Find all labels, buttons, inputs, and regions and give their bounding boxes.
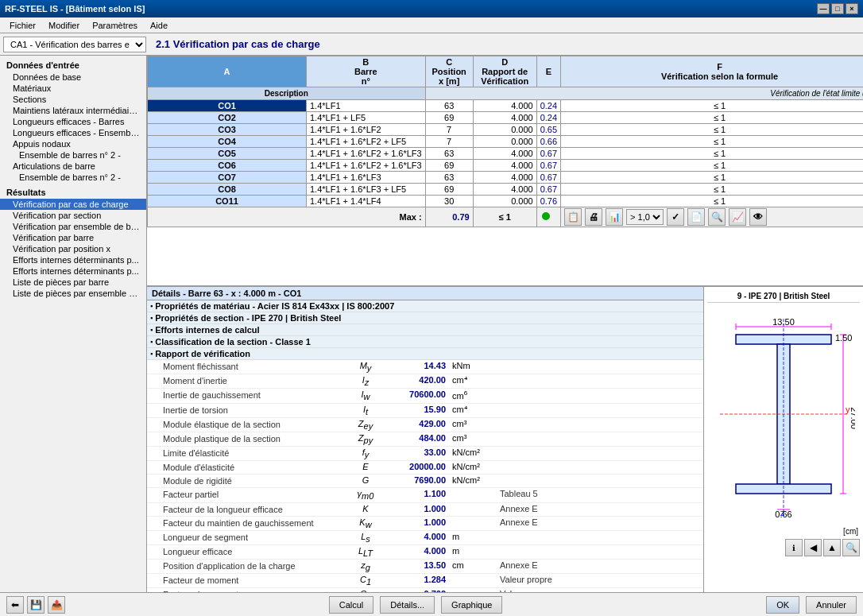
menu-aide[interactable]: Aide (144, 19, 174, 32)
detail-symbol-7: E (346, 462, 385, 473)
sidebar-item-appuis[interactable]: Appuis nodaux (0, 138, 146, 149)
max-value: 0.79 (425, 207, 473, 227)
diagram-info-icon[interactable]: ℹ (785, 539, 803, 556)
sidebar-item-verification-section[interactable]: Vérification par section (0, 210, 146, 221)
row-co1-id[interactable]: CO1 (148, 100, 307, 112)
detail-unit-3: cm⁴ (449, 405, 497, 416)
detail-symbol-15: C1 (346, 575, 385, 587)
sidebar-item-sections[interactable]: Sections (0, 94, 146, 105)
row-co11-id: CO11 (148, 196, 307, 207)
group-classification[interactable]: ▪ Classification de la section - Classe … (147, 336, 703, 348)
detail-row-11: Facteur du maintien de gauchissement Kw … (147, 517, 703, 531)
filter-dropdown[interactable]: > 1,0 Tous > 0,5 (626, 209, 664, 225)
detail-symbol-16: C2 (346, 589, 385, 592)
sidebar-item-maintiens[interactable]: Maintiens latéraux intermédiaires (0, 105, 146, 116)
nav-save-icon[interactable]: 💾 (27, 596, 45, 614)
nav-export-icon[interactable]: 📤 (48, 596, 65, 614)
sidebar: Données d'entrée Données de base Matéria… (0, 56, 147, 592)
detail-unit-5: cm³ (449, 433, 497, 445)
group-efforts[interactable]: ▪ Efforts internes de calcul (147, 324, 703, 336)
menu-bar: Fichier Modifier Paramètres Aide (0, 17, 863, 33)
detail-symbol-12: Ls (346, 532, 385, 544)
detail-row-15: Facteur de moment C1 1.284 Valeur propre (147, 574, 703, 588)
max-controls[interactable]: 📋 🖨 📊 > 1,0 Tous > 0,5 ✓ 📄 � (561, 207, 863, 227)
detail-icon-2[interactable]: 🔍 (708, 208, 726, 226)
nav-back-icon[interactable]: ⬅ (6, 596, 24, 614)
detail-icon-1[interactable]: 📄 (687, 208, 705, 226)
detail-value-4: 429.00 (385, 419, 449, 431)
detail-label-15: Facteur de moment (147, 575, 346, 587)
row-co5-lte: ≤ 1 (561, 148, 863, 160)
sidebar-item-verification-ensemble[interactable]: Vérification par ensemble de barre (0, 221, 146, 232)
group-section[interactable]: ▪ Propriétés de section - IPE 270 | Brit… (147, 312, 703, 324)
sidebar-item-verification-cas[interactable]: Vérification par cas de charge (0, 199, 146, 210)
bottom-right: OK Annuler (766, 596, 857, 614)
detail-unit-4: cm³ (449, 419, 497, 431)
table-icon-3[interactable]: 📊 (606, 208, 623, 226)
sidebar-item-longueurs-barres[interactable]: Longueurs efficaces - Barres (0, 116, 146, 127)
detail-note-9: Tableau 5 (497, 489, 703, 501)
detail-unit-14: cm (449, 560, 497, 572)
row-co2-barre: 69 (425, 112, 473, 124)
row-co5-pos: 4.000 (473, 148, 536, 160)
detail-symbol-9: γm0 (346, 489, 385, 501)
main-table-area[interactable]: A BBarren° CPositionx [m] DRapport deVér… (147, 56, 863, 286)
sidebar-item-ensemble-1[interactable]: Ensemble de barres n° 2 - (0, 149, 146, 161)
sidebar-item-ensemble-2[interactable]: Ensemble de barres n° 2 - (0, 172, 146, 183)
sidebar-item-verification-barre[interactable]: Vérification par barre (0, 232, 146, 243)
menu-modifier[interactable]: Modifier (42, 19, 86, 32)
diagram-zoom-icon[interactable]: 🔍 (842, 539, 860, 556)
row-co4-id: CO4 (148, 136, 307, 148)
sidebar-item-liste-barres[interactable]: Liste de pièces par barre (0, 277, 146, 288)
maximize-button[interactable]: □ (831, 3, 844, 14)
close-button[interactable]: × (846, 3, 858, 14)
detail-value-0: 14.43 (385, 361, 449, 373)
sidebar-item-materiaux[interactable]: Matériaux (0, 83, 146, 94)
detail-row-5: Module plastique de la section Zpy 484.0… (147, 432, 703, 447)
table-icon-1[interactable]: 📋 (564, 208, 582, 226)
row-co11-pos: 0.000 (473, 196, 536, 207)
annuler-button[interactable]: Annuler (806, 596, 857, 614)
ok-button[interactable]: OK (766, 596, 799, 614)
detail-label-11: Facteur du maintien de gauchissement (147, 517, 346, 529)
detail-value-10: 1.000 (385, 504, 449, 515)
diagram-nav-left[interactable]: ◀ (804, 539, 822, 556)
detail-unit-12: m (449, 532, 497, 544)
graphique-button[interactable]: Graphique (441, 596, 502, 614)
menu-parametres[interactable]: Paramètres (86, 19, 144, 32)
diagram-nav-up[interactable]: ▲ (823, 539, 841, 556)
row-co7-rapport: 0.67 (536, 172, 560, 184)
detail-value-7: 20000.00 (385, 462, 449, 473)
group-materiaux[interactable]: ▪ Propriétés de matériau - Acier IS 814 … (147, 300, 703, 312)
detail-label-14: Position d'application de la charge (147, 560, 346, 572)
detail-row-12: Longueur de segment Ls 4.000 m (147, 531, 703, 545)
row-co3-id: CO3 (148, 124, 307, 136)
col-e-header: E (536, 56, 560, 87)
case-dropdown[interactable]: CA1 - Vérification des barres en ... (3, 37, 146, 52)
sidebar-item-donnees-base[interactable]: Données de base (0, 72, 146, 83)
sidebar-item-efforts-1[interactable]: Efforts internes déterminants p... (0, 254, 146, 265)
verify-icon[interactable]: ✓ (667, 208, 684, 226)
details-panel: Détails - Barre 63 - x : 4.000 m - CO1 ▪… (147, 286, 863, 592)
expand-icon-classification: ▪ (150, 338, 153, 346)
row-co3-lte: ≤ 1 (561, 124, 863, 136)
calcul-button[interactable]: Calcul (329, 596, 374, 614)
table-icon-2[interactable]: 🖨 (585, 208, 602, 226)
detail-icon-3[interactable]: 📈 (729, 208, 746, 226)
group-rapport[interactable]: ▪ Rapport de vérification (147, 348, 703, 360)
details-left[interactable]: Détails - Barre 63 - x : 4.000 m - CO1 ▪… (147, 287, 704, 592)
menu-fichier[interactable]: Fichier (3, 19, 42, 32)
sidebar-item-verification-position[interactable]: Vérification par position x (0, 243, 146, 254)
detail-unit-7: kN/cm² (449, 462, 497, 473)
detail-symbol-14: zg (346, 560, 385, 572)
detail-icon-4[interactable]: 👁 (749, 208, 767, 226)
minimize-button[interactable]: — (817, 3, 830, 14)
section-diagram-title: 9 - IPE 270 | British Steel (707, 290, 860, 303)
detail-symbol-2: Iw (346, 389, 385, 401)
detail-value-12: 4.000 (385, 532, 449, 544)
sidebar-item-liste-ensemble[interactable]: Liste de pièces par ensemble d... (0, 288, 146, 299)
sidebar-item-efforts-2[interactable]: Efforts internes déterminants p... (0, 265, 146, 277)
sidebar-item-articulations[interactable]: Articulations de barre (0, 161, 146, 172)
sidebar-item-longueurs-ensemble[interactable]: Longueurs efficaces - Ensemble... (0, 127, 146, 138)
details-button[interactable]: Détails... (380, 596, 435, 614)
